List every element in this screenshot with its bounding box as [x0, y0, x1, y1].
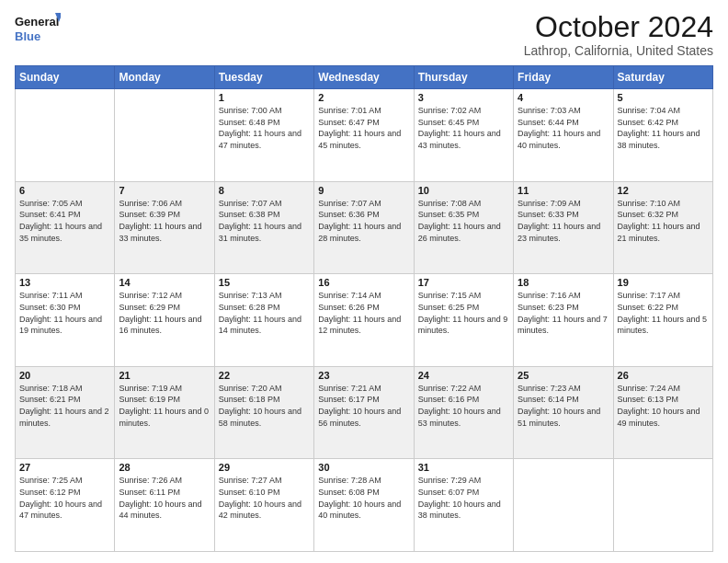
day-number: 22: [219, 370, 310, 381]
day-info: Sunrise: 7:07 AM Sunset: 6:36 PM Dayligh…: [318, 198, 409, 244]
calendar-cell: 22Sunrise: 7:20 AM Sunset: 6:18 PM Dayli…: [214, 366, 313, 459]
day-number: 25: [518, 370, 609, 381]
calendar-week-row: 6Sunrise: 7:05 AM Sunset: 6:41 PM Daylig…: [16, 181, 713, 274]
calendar-week-row: 1Sunrise: 7:00 AM Sunset: 6:48 PM Daylig…: [16, 89, 713, 182]
calendar-cell: 29Sunrise: 7:27 AM Sunset: 6:10 PM Dayli…: [214, 459, 313, 552]
calendar-cell: 5Sunrise: 7:04 AM Sunset: 6:42 PM Daylig…: [613, 89, 712, 182]
day-info: Sunrise: 7:21 AM Sunset: 6:17 PM Dayligh…: [318, 383, 409, 429]
day-info: Sunrise: 7:03 AM Sunset: 6:44 PM Dayligh…: [518, 105, 609, 151]
day-number: 20: [19, 370, 110, 381]
logo: General Blue: [15, 11, 61, 46]
title-block: October 2024 Lathrop, California, United…: [524, 11, 713, 58]
calendar-cell: [514, 459, 613, 552]
day-info: Sunrise: 7:12 AM Sunset: 6:29 PM Dayligh…: [119, 290, 210, 336]
weekday-header: Thursday: [414, 66, 513, 89]
day-number: 10: [418, 185, 509, 196]
day-info: Sunrise: 7:08 AM Sunset: 6:35 PM Dayligh…: [418, 198, 509, 244]
calendar-cell: 16Sunrise: 7:14 AM Sunset: 6:26 PM Dayli…: [314, 274, 414, 367]
calendar-cell: 30Sunrise: 7:28 AM Sunset: 6:08 PM Dayli…: [314, 459, 414, 552]
main-title: October 2024: [524, 11, 713, 43]
calendar-cell: 3Sunrise: 7:02 AM Sunset: 6:45 PM Daylig…: [414, 89, 513, 182]
day-number: 27: [19, 462, 110, 473]
calendar-cell: [16, 89, 115, 182]
day-number: 1: [219, 92, 310, 103]
day-number: 18: [518, 277, 609, 288]
day-number: 4: [518, 92, 609, 103]
calendar-cell: 9Sunrise: 7:07 AM Sunset: 6:36 PM Daylig…: [314, 181, 414, 274]
day-number: 14: [119, 277, 210, 288]
day-info: Sunrise: 7:18 AM Sunset: 6:21 PM Dayligh…: [19, 383, 110, 429]
day-number: 19: [618, 277, 709, 288]
day-number: 8: [219, 185, 310, 196]
day-info: Sunrise: 7:14 AM Sunset: 6:26 PM Dayligh…: [318, 290, 409, 336]
subtitle: Lathrop, California, United States: [524, 43, 713, 58]
day-info: Sunrise: 7:26 AM Sunset: 6:11 PM Dayligh…: [119, 475, 210, 521]
calendar-cell: 7Sunrise: 7:06 AM Sunset: 6:39 PM Daylig…: [115, 181, 214, 274]
day-number: 11: [518, 185, 609, 196]
day-info: Sunrise: 7:22 AM Sunset: 6:16 PM Dayligh…: [418, 383, 509, 429]
calendar-cell: 11Sunrise: 7:09 AM Sunset: 6:33 PM Dayli…: [514, 181, 613, 274]
day-number: 28: [119, 462, 210, 473]
day-info: Sunrise: 7:09 AM Sunset: 6:33 PM Dayligh…: [518, 198, 609, 244]
calendar-cell: 18Sunrise: 7:16 AM Sunset: 6:23 PM Dayli…: [514, 274, 613, 367]
calendar-week-row: 13Sunrise: 7:11 AM Sunset: 6:30 PM Dayli…: [16, 274, 713, 367]
day-number: 30: [318, 462, 409, 473]
weekday-header-row: SundayMondayTuesdayWednesdayThursdayFrid…: [16, 66, 713, 89]
calendar-cell: 10Sunrise: 7:08 AM Sunset: 6:35 PM Dayli…: [414, 181, 513, 274]
calendar-cell: 15Sunrise: 7:13 AM Sunset: 6:28 PM Dayli…: [214, 274, 313, 367]
day-number: 6: [19, 185, 110, 196]
day-info: Sunrise: 7:01 AM Sunset: 6:47 PM Dayligh…: [318, 105, 409, 151]
day-info: Sunrise: 7:23 AM Sunset: 6:14 PM Dayligh…: [518, 383, 609, 429]
calendar-cell: [613, 459, 712, 552]
day-info: Sunrise: 7:15 AM Sunset: 6:25 PM Dayligh…: [418, 290, 509, 336]
calendar-cell: 14Sunrise: 7:12 AM Sunset: 6:29 PM Dayli…: [115, 274, 214, 367]
calendar-cell: 20Sunrise: 7:18 AM Sunset: 6:21 PM Dayli…: [16, 366, 115, 459]
day-info: Sunrise: 7:10 AM Sunset: 6:32 PM Dayligh…: [618, 198, 709, 244]
svg-text:General: General: [15, 15, 59, 29]
calendar-cell: 28Sunrise: 7:26 AM Sunset: 6:11 PM Dayli…: [115, 459, 214, 552]
day-info: Sunrise: 7:17 AM Sunset: 6:22 PM Dayligh…: [618, 290, 709, 336]
svg-text:Blue: Blue: [15, 29, 40, 43]
day-number: 23: [318, 370, 409, 381]
calendar-cell: 23Sunrise: 7:21 AM Sunset: 6:17 PM Dayli…: [314, 366, 414, 459]
calendar-cell: 1Sunrise: 7:00 AM Sunset: 6:48 PM Daylig…: [214, 89, 313, 182]
calendar-cell: 27Sunrise: 7:25 AM Sunset: 6:12 PM Dayli…: [16, 459, 115, 552]
day-number: 17: [418, 277, 509, 288]
day-info: Sunrise: 7:29 AM Sunset: 6:07 PM Dayligh…: [418, 475, 509, 521]
day-number: 7: [119, 185, 210, 196]
day-info: Sunrise: 7:28 AM Sunset: 6:08 PM Dayligh…: [318, 475, 409, 521]
calendar-cell: 21Sunrise: 7:19 AM Sunset: 6:19 PM Dayli…: [115, 366, 214, 459]
weekday-header: Saturday: [613, 66, 712, 89]
weekday-header: Friday: [514, 66, 613, 89]
day-number: 12: [618, 185, 709, 196]
day-number: 26: [618, 370, 709, 381]
day-info: Sunrise: 7:25 AM Sunset: 6:12 PM Dayligh…: [19, 475, 110, 521]
calendar-week-row: 27Sunrise: 7:25 AM Sunset: 6:12 PM Dayli…: [16, 459, 713, 552]
day-number: 3: [418, 92, 509, 103]
weekday-header: Tuesday: [214, 66, 313, 89]
calendar-cell: [115, 89, 214, 182]
day-info: Sunrise: 7:05 AM Sunset: 6:41 PM Dayligh…: [19, 198, 110, 244]
page: General Blue October 2024 Lathrop, Calif…: [0, 0, 728, 563]
day-number: 9: [318, 185, 409, 196]
calendar-cell: 12Sunrise: 7:10 AM Sunset: 6:32 PM Dayli…: [613, 181, 712, 274]
weekday-header: Monday: [115, 66, 214, 89]
calendar-table: SundayMondayTuesdayWednesdayThursdayFrid…: [15, 65, 713, 552]
day-info: Sunrise: 7:27 AM Sunset: 6:10 PM Dayligh…: [219, 475, 310, 521]
day-number: 29: [219, 462, 310, 473]
logo-svg: General Blue: [15, 11, 61, 46]
calendar-cell: 24Sunrise: 7:22 AM Sunset: 6:16 PM Dayli…: [414, 366, 513, 459]
day-info: Sunrise: 7:07 AM Sunset: 6:38 PM Dayligh…: [219, 198, 310, 244]
weekday-header: Sunday: [16, 66, 115, 89]
day-number: 24: [418, 370, 509, 381]
calendar-cell: 31Sunrise: 7:29 AM Sunset: 6:07 PM Dayli…: [414, 459, 513, 552]
day-info: Sunrise: 7:02 AM Sunset: 6:45 PM Dayligh…: [418, 105, 509, 151]
day-info: Sunrise: 7:16 AM Sunset: 6:23 PM Dayligh…: [518, 290, 609, 336]
day-info: Sunrise: 7:04 AM Sunset: 6:42 PM Dayligh…: [618, 105, 709, 151]
day-number: 21: [119, 370, 210, 381]
header: General Blue October 2024 Lathrop, Calif…: [15, 11, 713, 58]
calendar-cell: 6Sunrise: 7:05 AM Sunset: 6:41 PM Daylig…: [16, 181, 115, 274]
day-number: 16: [318, 277, 409, 288]
calendar-week-row: 20Sunrise: 7:18 AM Sunset: 6:21 PM Dayli…: [16, 366, 713, 459]
calendar-cell: 25Sunrise: 7:23 AM Sunset: 6:14 PM Dayli…: [514, 366, 613, 459]
